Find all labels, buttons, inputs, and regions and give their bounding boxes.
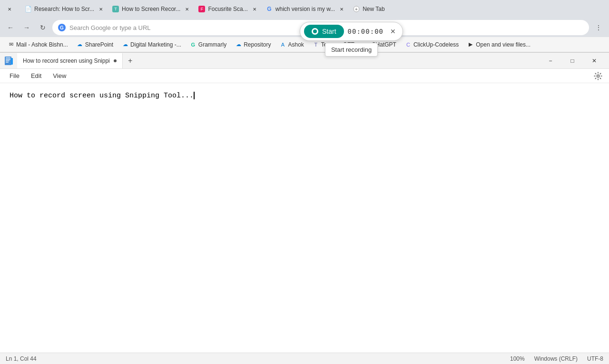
svg-rect-4 — [6, 59, 10, 60]
status-zoom: 100% — [510, 355, 525, 362]
settings-button[interactable] — [591, 69, 605, 83]
close-button[interactable]: ✕ — [583, 53, 605, 69]
notepad-unsaved-dot — [114, 59, 117, 62]
tab-favicon-version: G — [266, 6, 273, 12]
status-encoding: UTF-8 — [587, 355, 603, 362]
bookmark-label-sharepoint: SharePoint — [85, 41, 113, 48]
notepad-tab-label: How to record screen using Snippi — [23, 57, 110, 64]
tab-title-focusrite: Focusrite Sca... — [208, 6, 247, 12]
refresh-button[interactable]: ↻ — [36, 21, 49, 34]
bookmark-label-digitalmarketing: Digital Marketing -... — [130, 41, 181, 48]
tab-title-version: which version is my w... — [275, 6, 335, 12]
tab-title-newtab: New Tab — [363, 6, 384, 12]
browser-tab-research[interactable]: 📄 Research: How to Scr... ✕ — [21, 2, 108, 16]
text-cursor — [194, 92, 195, 99]
svg-rect-3 — [6, 57, 10, 58]
menu-file[interactable]: File — [4, 70, 25, 81]
bookmark-digitalmarketing[interactable]: ☁ Digital Marketing -... — [118, 40, 185, 49]
svg-text:+: + — [355, 7, 358, 12]
google-icon: G — [58, 24, 66, 31]
minimize-button[interactable]: − — [540, 53, 561, 69]
record-dot-icon — [312, 28, 318, 35]
bookmark-label-mail: Mail - Ashok Bishn... — [16, 41, 68, 48]
start-recording-button[interactable]: Start — [304, 25, 344, 38]
bookmark-label-grammarly: Grammarly — [198, 41, 226, 48]
bookmark-openfiles[interactable]: ▶ Open and view files... — [463, 40, 534, 49]
notepad-tabs: How to record screen using Snippi + — [17, 53, 540, 68]
bookmark-icon-grammarly: G — [190, 41, 196, 48]
tab-title-research: Research: How to Scr... — [34, 6, 94, 12]
tab-favicon-research: 📄 — [25, 6, 31, 12]
browser-tab-focusrite[interactable]: F Focusrite Sca... ✕ — [195, 2, 262, 16]
bookmark-label-openfiles: Open and view files... — [476, 41, 530, 48]
tab-title-howto: How to Screen Recor... — [122, 6, 180, 12]
browser-tab-bar: ✕ 📄 Research: How to Scr... ✕ T How to S… — [0, 0, 609, 18]
browser-tab-version[interactable]: G which version is my w... ✕ — [262, 2, 349, 16]
browser-tab-newtab[interactable]: + New Tab — [349, 2, 388, 16]
back-button[interactable]: ← — [4, 21, 17, 34]
record-dot-inner — [313, 29, 317, 33]
bookmark-icon-digitalmarketing: ☁ — [122, 41, 128, 48]
tab-favicon-howto: T — [112, 6, 119, 12]
notepad-add-tab[interactable]: + — [123, 53, 138, 68]
editor-content: How to record screen using Snipping Tool… — [10, 92, 194, 100]
svg-rect-6 — [6, 62, 9, 63]
bookmark-label-repository: Repository — [244, 41, 271, 48]
svg-rect-5 — [6, 60, 10, 61]
bookmark-icon-repository: ☁ — [235, 41, 242, 48]
notepad-statusbar: Ln 1, Col 44 100% Windows (CRLF) UTF-8 — [0, 353, 609, 364]
bookmark-repository[interactable]: ☁ Repository — [231, 40, 275, 49]
start-recording-tooltip: Start recording — [325, 43, 378, 57]
recording-close-button[interactable]: ✕ — [387, 26, 399, 37]
notepad-window-controls: − □ ✕ — [540, 53, 605, 69]
bookmark-icon-openfiles: ▶ — [467, 41, 474, 48]
notepad-tab-main[interactable]: How to record screen using Snippi — [17, 53, 123, 68]
menu-view[interactable]: View — [47, 70, 72, 81]
extensions-button[interactable]: ⋮ — [592, 21, 605, 34]
forward-button[interactable]: → — [20, 21, 33, 34]
recording-widget: Start 00:00:00 ✕ — [300, 22, 403, 41]
svg-point-8 — [597, 75, 599, 77]
bookmark-clickup[interactable]: C ClickUp-Codeless — [401, 40, 462, 49]
tab-close-focusrite[interactable]: ✕ — [251, 5, 258, 13]
tab-favicon-focusrite: F — [198, 6, 205, 12]
bookmark-mail[interactable]: ✉ Mail - Ashok Bishn... — [4, 40, 72, 49]
menu-edit[interactable]: Edit — [25, 70, 47, 81]
notepad-window: How to record screen using Snippi + − □ … — [0, 52, 609, 364]
tab-close-research[interactable]: ✕ — [97, 5, 105, 13]
bookmark-icon-clickup: C — [405, 41, 412, 48]
tab-close-1[interactable]: ✕ — [6, 5, 13, 13]
tab-close-howto[interactable]: ✕ — [183, 5, 191, 13]
status-lineendings: Windows (CRLF) — [534, 355, 578, 362]
start-label: Start — [322, 28, 336, 35]
address-text: Search Google or type a URL — [69, 24, 151, 31]
notepad-app-icon — [4, 56, 13, 66]
bookmark-icon-ashok: A — [280, 41, 286, 48]
browser-tab-1[interactable]: ✕ — [2, 2, 21, 16]
notepad-editor[interactable]: How to record screen using Snipping Tool… — [0, 83, 609, 353]
recording-bar: Start 00:00:00 ✕ Start recording — [300, 22, 403, 57]
notepad-menubar: File Edit View — [0, 69, 609, 83]
bookmark-icon-sharepoint: ☁ — [77, 41, 83, 48]
bookmark-icon-mail: ✉ — [8, 41, 14, 48]
recording-timer: 00:00:00 — [348, 28, 383, 35]
bookmark-label-clickup: ClickUp-Codeless — [413, 41, 459, 48]
maximize-button[interactable]: □ — [561, 53, 583, 69]
bookmark-sharepoint[interactable]: ☁ SharePoint — [73, 40, 117, 49]
tab-favicon-newtab: + — [353, 6, 360, 12]
svg-rect-7 — [11, 58, 13, 65]
browser-tab-howto[interactable]: T How to Screen Recor... ✕ — [108, 2, 195, 16]
tab-close-version[interactable]: ✕ — [338, 5, 345, 13]
bookmark-grammarly[interactable]: G Grammarly — [186, 40, 230, 49]
status-position: Ln 1, Col 44 — [6, 355, 37, 362]
